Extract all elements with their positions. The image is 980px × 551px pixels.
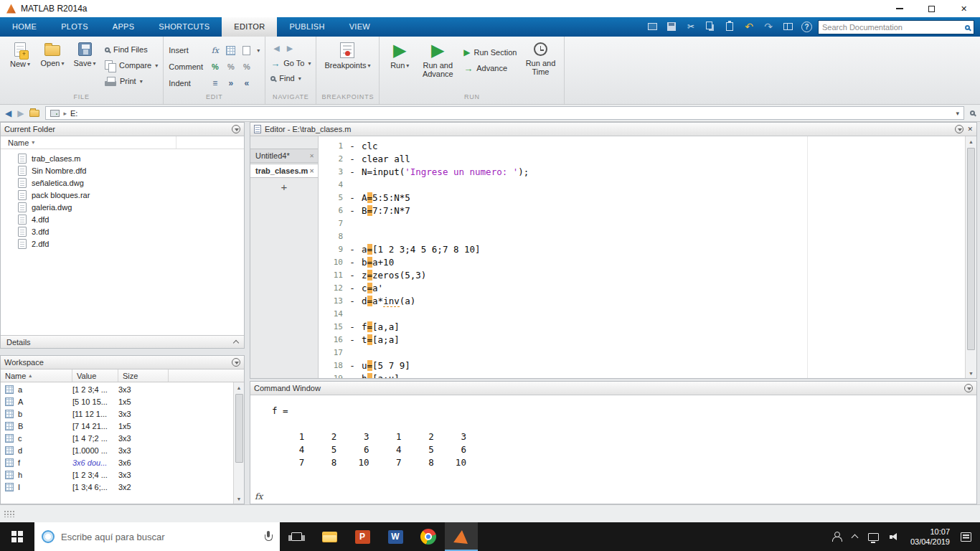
- tab-shortcuts[interactable]: SHORTCUTS: [146, 17, 222, 37]
- close-tab-icon[interactable]: ✕: [309, 168, 314, 174]
- file-row[interactable]: pack bloques.rar: [1, 189, 244, 201]
- workspace-row[interactable]: h[1 2 3;4 ...3x3: [1, 468, 233, 481]
- workspace-row[interactable]: f3x6 dou...3x6: [1, 456, 233, 468]
- workspace-row[interactable]: a[1 2 3;4 ...3x3: [1, 383, 233, 395]
- taskbar-search[interactable]: [34, 522, 280, 551]
- tab-trab-clases[interactable]: trab_clases.m ✕: [250, 164, 318, 178]
- scroll-up-icon[interactable]: ▲: [237, 382, 242, 392]
- run-section-button[interactable]: ▶ Run Section: [463, 46, 517, 59]
- path-field[interactable]: ▸ E: ▾: [45, 106, 964, 120]
- network-icon[interactable]: [868, 533, 879, 541]
- insert-dropdown-icon[interactable]: ▾: [257, 47, 260, 54]
- action-center-icon[interactable]: [961, 532, 971, 542]
- save-button[interactable]: Save▾: [70, 39, 100, 67]
- tab-view[interactable]: VIEW: [337, 17, 382, 37]
- scroll-up-icon[interactable]: ▲: [969, 136, 974, 146]
- file-row[interactable]: señaletica.dwg: [1, 176, 244, 189]
- code-editor[interactable]: 1-clc2-clear all3-N=input('Ingrese un nu…: [319, 136, 965, 378]
- back-icon[interactable]: ◀: [273, 44, 279, 53]
- scroll-down-icon[interactable]: ▼: [237, 494, 242, 504]
- new-document-button[interactable]: +: [250, 181, 318, 194]
- workspace-row[interactable]: b[11 12 1...3x3: [1, 408, 233, 420]
- powerpoint-button[interactable]: P: [346, 522, 379, 551]
- volume-icon[interactable]: [890, 532, 900, 542]
- taskbar-search-input[interactable]: [61, 532, 258, 542]
- switch-windows-icon[interactable]: [782, 21, 793, 32]
- address-search-icon[interactable]: [970, 110, 975, 116]
- file-row[interactable]: 3.dfd: [1, 225, 244, 237]
- workspace-col-value[interactable]: Value: [72, 369, 118, 382]
- undo-icon[interactable]: ↶: [743, 21, 755, 32]
- start-button[interactable]: [0, 522, 34, 551]
- people-icon[interactable]: [831, 532, 842, 542]
- indent-right-icon[interactable]: »: [225, 78, 236, 89]
- chrome-button[interactable]: [412, 522, 445, 551]
- file-explorer-button[interactable]: [313, 522, 346, 551]
- run-button[interactable]: ▶ Run▾: [385, 39, 415, 70]
- minimize-button[interactable]: [883, 0, 915, 17]
- scrollbar-thumb[interactable]: [235, 394, 243, 463]
- smart-indent-icon[interactable]: ≡: [209, 78, 220, 89]
- file-row[interactable]: 2.dfd: [1, 237, 244, 250]
- editor-close-icon[interactable]: ✕: [967, 126, 973, 133]
- workspace-scrollbar[interactable]: ▲ ▼: [233, 382, 244, 504]
- tab-publish[interactable]: PUBLISH: [277, 17, 336, 37]
- close-tab-icon[interactable]: ✕: [309, 153, 314, 159]
- tab-untitled4[interactable]: Untitled4* ✕: [250, 149, 318, 163]
- close-button[interactable]: ✕: [948, 0, 980, 17]
- microphone-icon[interactable]: [264, 531, 273, 543]
- screenshot-icon[interactable]: [646, 21, 658, 32]
- tab-home[interactable]: HOME: [0, 17, 49, 37]
- compare-button[interactable]: Compare▾: [105, 59, 158, 72]
- workspace-row[interactable]: A[5 10 15...1x5: [1, 395, 233, 408]
- comment-icon[interactable]: %: [209, 62, 220, 72]
- workspace-row[interactable]: c[1 4 7;2 ...3x3: [1, 432, 233, 444]
- scroll-down-icon[interactable]: ▼: [969, 368, 974, 378]
- find-files-button[interactable]: Find Files: [105, 43, 158, 56]
- editor-scrollbar[interactable]: ▲ ▼: [965, 136, 976, 378]
- file-row[interactable]: trab_clases.m: [1, 152, 244, 164]
- tab-plots[interactable]: PLOTS: [49, 17, 100, 37]
- uncomment-icon[interactable]: %: [225, 62, 236, 72]
- run-and-time-button[interactable]: Run and Time: [522, 39, 559, 76]
- name-column-header[interactable]: Name ▾: [1, 136, 244, 149]
- save-icon[interactable]: [666, 21, 677, 32]
- path-dropdown-icon[interactable]: ▾: [956, 110, 959, 117]
- workspace-row[interactable]: I[1 3;4 6;...3x2: [1, 481, 233, 493]
- find-button[interactable]: Find▾: [270, 72, 311, 85]
- copy-icon[interactable]: [705, 21, 716, 32]
- workspace-col-size[interactable]: Size: [118, 369, 169, 382]
- print-button[interactable]: Print▾: [105, 75, 158, 88]
- matlab-button[interactable]: [445, 522, 478, 551]
- file-row[interactable]: 4.dfd: [1, 213, 244, 225]
- advance-button[interactable]: → Advance: [463, 62, 517, 75]
- breakpoints-button[interactable]: Breakpoints▾: [323, 39, 372, 70]
- insert-fx-icon[interactable]: fx: [209, 45, 220, 56]
- help-icon[interactable]: ?: [801, 22, 812, 32]
- forward-icon[interactable]: ▶: [287, 44, 293, 53]
- resize-grip[interactable]: [4, 510, 15, 517]
- new-button[interactable]: New▾: [5, 39, 35, 68]
- taskbar-clock[interactable]: 10:07 03/04/2019: [910, 527, 950, 547]
- show-hidden-icons-icon[interactable]: [851, 534, 858, 542]
- wrap-comment-icon[interactable]: %: [241, 62, 252, 72]
- tab-apps[interactable]: APPS: [100, 17, 147, 37]
- workspace-row[interactable]: B[7 14 21...1x5: [1, 420, 233, 432]
- file-row[interactable]: Sin Nombre.dfd: [1, 164, 244, 176]
- run-and-advance-button[interactable]: ▶ Run and Advance: [417, 39, 458, 78]
- command-window[interactable]: f = 1 2 3 1 2 3 4 5 6 4 5 6 7 8 10 7 8 1…: [250, 395, 976, 504]
- indent-left-icon[interactable]: «: [241, 78, 252, 89]
- command-window-menu-icon[interactable]: [964, 384, 973, 392]
- workspace-col-name[interactable]: Name▴: [1, 369, 72, 382]
- back-arrow-icon[interactable]: ◀: [5, 108, 11, 118]
- workspace-menu-icon[interactable]: [232, 358, 240, 367]
- word-button[interactable]: W: [379, 522, 412, 551]
- maximize-button[interactable]: [915, 0, 948, 17]
- redo-icon[interactable]: ↷: [763, 21, 774, 32]
- documentation-search-input[interactable]: [819, 23, 965, 32]
- current-folder-menu-icon[interactable]: [232, 125, 240, 133]
- tab-editor[interactable]: EDITOR: [222, 17, 277, 37]
- task-view-button[interactable]: [280, 522, 313, 551]
- workspace-row[interactable]: d[1.0000 ...3x3: [1, 444, 233, 456]
- breadcrumb-path[interactable]: E:: [70, 109, 77, 118]
